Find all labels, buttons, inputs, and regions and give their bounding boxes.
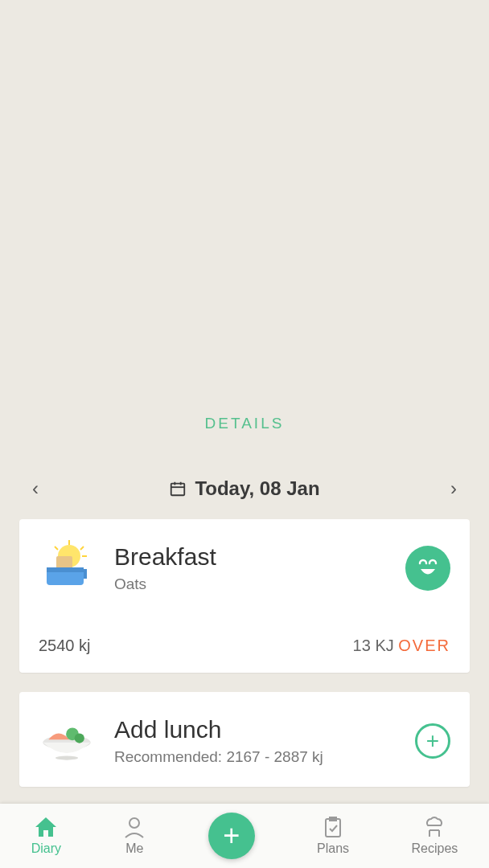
summary-hero: ✈ 09:41 ⊕ ➤ ▢ 100% ⚡ VEGAN FOR A WEEK 38… <box>0 0 489 434</box>
lunch-card[interactable]: Add lunch Recommended: 2167 - 2887 kj + <box>19 692 470 787</box>
svg-point-23 <box>129 818 139 828</box>
prev-day-button[interactable]: ‹ <box>32 477 39 500</box>
add-lunch-button[interactable]: + <box>415 723 450 759</box>
battery-icon <box>434 9 458 20</box>
tab-plans[interactable]: Plans <box>317 816 349 856</box>
clipboard-check-icon <box>322 816 344 838</box>
airplay-icon: ▢ <box>376 6 388 22</box>
kj-left-ring[interactable]: 3324 KJ LEFT <box>142 81 343 282</box>
tab-bar: Diary Me + Plans Recipes <box>0 804 489 868</box>
burned-stat: 0 BURNED <box>402 159 459 204</box>
next-day-button[interactable]: › <box>450 477 457 500</box>
svg-line-12 <box>80 547 84 550</box>
lunch-title: Add lunch <box>114 716 323 743</box>
macro-protein: PROTEIN 52 g left <box>196 306 293 356</box>
home-icon <box>34 816 58 838</box>
lunch-subtitle: Recommended: 2167 - 2887 kj <box>114 748 323 766</box>
svg-line-14 <box>55 547 58 550</box>
svg-rect-6 <box>171 484 185 496</box>
airplane-mode-icon: ✈ <box>8 6 18 22</box>
breakfast-title: Breakfast <box>114 543 216 571</box>
breakfast-subtitle: Oats <box>114 575 216 593</box>
svg-point-4 <box>152 92 333 272</box>
svg-rect-2 <box>33 10 35 18</box>
svg-rect-18 <box>84 569 87 579</box>
add-fab[interactable]: + <box>208 813 255 859</box>
macros-row: CARBS 99 g left PROTEIN 52 g left FAT 20… <box>0 306 489 356</box>
svg-rect-17 <box>47 567 84 572</box>
svg-rect-24 <box>326 819 340 837</box>
location-icon: ➤ <box>360 6 370 22</box>
svg-rect-3 <box>37 8 39 18</box>
charging-icon: ⚡ <box>465 6 481 22</box>
svg-rect-0 <box>25 15 27 18</box>
person-icon <box>123 816 146 838</box>
svg-point-22 <box>75 733 84 743</box>
toaster-icon <box>39 540 95 596</box>
bowl-icon <box>39 713 95 769</box>
svg-point-20 <box>55 755 78 760</box>
details-button[interactable]: DETAILS <box>0 415 489 432</box>
breakfast-card[interactable]: Breakfast Oats 2540 kj 13 KJ OVER <box>19 519 470 673</box>
date-navigator: ‹ Today, 08 Jan › <box>0 477 489 500</box>
chef-hat-icon <box>423 816 446 838</box>
date-label[interactable]: Today, 08 Jan <box>169 477 319 500</box>
battery-percent: 100% <box>395 7 428 22</box>
macro-fat: FAT 20 g left <box>360 306 456 356</box>
plan-title: VEGAN FOR A WEEK <box>0 36 489 57</box>
tab-me[interactable]: Me <box>123 816 146 856</box>
macro-carbs: CARBS 99 g left <box>33 306 129 356</box>
eaten-stat: 3898 EATEN <box>30 159 84 204</box>
tab-diary[interactable]: Diary <box>31 816 61 856</box>
svg-point-5 <box>142 81 343 282</box>
status-time: 09:41 <box>41 7 343 22</box>
orientation-lock-icon: ⊕ <box>343 6 353 22</box>
signal-icon <box>25 7 41 22</box>
calendar-icon <box>169 480 187 497</box>
mood-button[interactable] <box>405 546 450 591</box>
tab-recipes[interactable]: Recipes <box>411 816 458 856</box>
svg-rect-1 <box>29 13 31 18</box>
breakfast-energy: 2540 kj <box>39 637 91 655</box>
breakfast-over: 13 KJ OVER <box>353 637 450 655</box>
status-bar: ✈ 09:41 ⊕ ➤ ▢ 100% ⚡ <box>0 0 489 22</box>
